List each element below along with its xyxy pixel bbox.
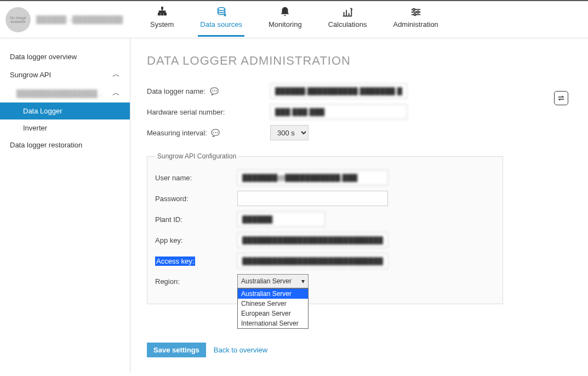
nav-calculations[interactable]: Calculations: [326, 3, 369, 37]
select-interval[interactable]: 300 s: [270, 125, 309, 140]
site-logo: No image available: [5, 7, 31, 32]
svg-rect-3: [161, 13, 163, 15]
swap-button[interactable]: [554, 91, 568, 105]
save-button[interactable]: Save settings: [147, 343, 206, 357]
region-option-chinese[interactable]: Chinese Server: [238, 299, 308, 309]
sidebar-overview-label: Data logger overview: [10, 53, 77, 61]
main-content: DATA LOGGER ADMINISTRATION Data logger n…: [130, 38, 588, 373]
nav-administration[interactable]: Administration: [391, 3, 440, 37]
nav-monitoring[interactable]: Monitoring: [266, 3, 304, 37]
sidebar-overview[interactable]: Data logger overview: [0, 48, 130, 65]
svg-point-6: [416, 11, 419, 13]
input-access-key[interactable]: [237, 253, 388, 269]
logo-area: No image available ██████ –██████████: [5, 7, 132, 32]
label-access-key: Access key:: [155, 257, 237, 265]
label-app-key: App key:: [155, 236, 237, 244]
sidebar-restoration-label: Data logger restoration: [10, 141, 82, 149]
site-name: ██████ –██████████: [36, 15, 123, 24]
region-option-australian[interactable]: Australian Server: [238, 289, 308, 299]
region-selected-value: Australian Server: [241, 277, 292, 285]
sliders-icon: [410, 6, 422, 18]
label-interval: Measuring interval: 💬: [147, 129, 270, 137]
bell-icon: [279, 6, 291, 18]
label-plant-id: Plant ID:: [155, 215, 237, 224]
svg-rect-1: [158, 13, 160, 15]
fieldset-legend: Sungrow API Configuration: [155, 152, 238, 160]
sidebar: Data logger overview Sungrow API ︿ █████…: [0, 38, 130, 373]
input-username[interactable]: [237, 170, 388, 185]
info-icon[interactable]: 💬: [210, 87, 219, 95]
svg-rect-0: [161, 7, 163, 9]
label-region: Region:: [155, 277, 237, 286]
nav-data-sources[interactable]: Data sources: [198, 3, 244, 37]
svg-point-4: [218, 7, 225, 10]
input-plant-id[interactable]: [237, 212, 325, 227]
back-to-overview-link[interactable]: Back to overview: [214, 346, 267, 354]
sidebar-inverter[interactable]: Inverter: [0, 119, 130, 136]
sidebar-device[interactable]: ████████████████... ︿: [0, 84, 130, 102]
svg-point-5: [413, 8, 415, 10]
label-username: User name:: [155, 174, 237, 182]
label-password: Password:: [155, 195, 237, 203]
input-password[interactable]: [237, 191, 388, 206]
page-title: DATA LOGGER ADMINISTRATION: [147, 54, 572, 68]
sidebar-sungrow-api[interactable]: Sungrow API ︿: [0, 65, 130, 84]
label-serial: Hardware serial number:: [147, 108, 270, 116]
chevron-up-icon: ︿: [112, 70, 120, 79]
sidebar-sungrow-label: Sungrow API: [10, 71, 51, 79]
nav-administration-label: Administration: [393, 20, 438, 29]
nav-calculations-label: Calculations: [328, 20, 367, 29]
region-option-european[interactable]: European Server: [238, 309, 308, 318]
select-region[interactable]: Australian Server ▾: [237, 274, 309, 288]
svg-point-7: [414, 13, 416, 15]
sidebar-restoration[interactable]: Data logger restoration: [0, 136, 130, 153]
info-icon[interactable]: 💬: [211, 129, 220, 137]
sitemap-icon: [156, 6, 168, 18]
sungrow-config-fieldset: Sungrow API Configuration User name: Pas…: [147, 152, 503, 304]
nav-system[interactable]: System: [148, 3, 176, 37]
sidebar-data-logger[interactable]: Data Logger: [0, 102, 130, 119]
chevron-up-icon: ︿: [112, 88, 120, 98]
database-icon: [215, 6, 227, 18]
sidebar-device-label: ████████████████...: [16, 89, 103, 98]
chart-icon: [341, 6, 353, 18]
svg-rect-2: [164, 13, 166, 15]
input-app-key[interactable]: [237, 232, 388, 248]
topbar: No image available ██████ –██████████ Sy…: [0, 0, 588, 38]
region-option-international[interactable]: International Server: [238, 318, 308, 328]
nav-monitoring-label: Monitoring: [269, 20, 302, 29]
chevron-down-icon: ▾: [301, 277, 305, 285]
swap-icon: [557, 94, 566, 102]
nav-system-label: System: [150, 20, 174, 29]
input-serial[interactable]: [270, 104, 407, 119]
label-name: Data logger name: 💬: [147, 87, 270, 95]
region-dropdown: Australian Server Chinese Server Europea…: [237, 288, 309, 329]
top-nav: System Data sources Monitoring Calculati…: [148, 3, 441, 37]
nav-data-sources-label: Data sources: [200, 20, 242, 29]
input-data-logger-name[interactable]: [270, 83, 407, 99]
